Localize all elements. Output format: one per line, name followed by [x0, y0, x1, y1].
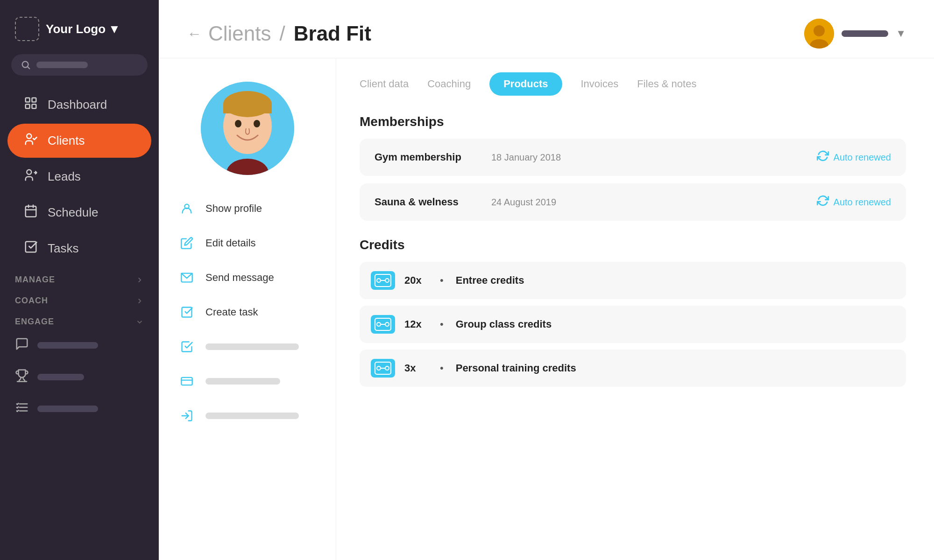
ticket-icon-2 — [375, 362, 391, 375]
breadcrumb: ← Clients / Brad Fit — [187, 22, 371, 45]
search-bar[interactable] — [11, 54, 148, 76]
action-extra-3[interactable] — [177, 401, 317, 431]
sidebar: Your Logo ▼ Dashboard Clients Leads Sche… — [0, 0, 159, 560]
sidebar-item-tasks[interactable]: Tasks — [7, 231, 151, 266]
coach-label: COACH — [15, 296, 48, 306]
username-placeholder — [842, 30, 888, 37]
ticket-icon-0 — [375, 274, 391, 287]
action-send-message[interactable]: Send message — [177, 263, 317, 293]
logo-area[interactable]: Your Logo ▼ — [0, 0, 159, 54]
tab-files-notes[interactable]: Files & notes — [637, 73, 696, 95]
auto-renew-icon-0 — [817, 150, 829, 165]
task-icon — [177, 303, 196, 322]
membership-date-0: 18 January 2018 — [491, 152, 803, 163]
chat-placeholder — [37, 342, 98, 349]
svg-rect-8 — [26, 206, 36, 217]
avatar-image — [804, 19, 834, 49]
logo-label: Your Logo — [46, 22, 106, 36]
search-placeholder — [36, 62, 88, 68]
extra-icon-3 — [177, 406, 196, 425]
credit-icon-2 — [371, 359, 395, 378]
tab-coaching[interactable]: Coaching — [427, 73, 471, 95]
extra-icon-1 — [177, 337, 196, 356]
logo-dropdown-arrow[interactable]: ▼ — [108, 22, 120, 36]
membership-name-0: Gym membership — [375, 151, 477, 163]
create-task-label: Create task — [205, 306, 258, 318]
membership-item-0[interactable]: Gym membership 18 January 2018 Auto rene… — [360, 139, 906, 176]
logo-text: Your Logo ▼ — [46, 22, 120, 36]
svg-rect-23 — [223, 104, 272, 113]
credit-icon-0 — [371, 271, 395, 290]
sidebar-item-leads[interactable]: Leads — [7, 160, 151, 194]
sidebar-item-dashboard[interactable]: Dashboard — [7, 88, 151, 122]
show-profile-label: Show profile — [205, 203, 262, 215]
header-right: ▼ — [804, 19, 906, 49]
credit-item-2[interactable]: 3x • Personal training credits — [360, 350, 906, 387]
action-show-profile[interactable]: Show profile — [177, 194, 317, 224]
extra-placeholder-3 — [205, 413, 299, 419]
page-header: ← Clients / Brad Fit ▼ — [159, 0, 934, 58]
credit-bullet-0: • — [440, 274, 444, 287]
svg-point-25 — [254, 120, 260, 127]
credit-name-0: Entree credits — [456, 274, 524, 287]
chat-icon — [15, 337, 29, 354]
section-coach[interactable]: COACH — [0, 287, 159, 308]
svg-point-7 — [27, 170, 31, 175]
action-edit-details[interactable]: Edit details — [177, 228, 317, 258]
tab-products[interactable]: Products — [489, 72, 562, 96]
content-area: Show profile Edit details Send message C… — [159, 58, 934, 560]
schedule-icon — [22, 204, 39, 221]
credit-icon-1 — [371, 315, 395, 334]
svg-rect-2 — [26, 98, 30, 102]
engage-trophy-item[interactable] — [0, 361, 159, 393]
breadcrumb-parent: Clients — [208, 22, 271, 45]
engage-list-item[interactable] — [0, 393, 159, 425]
engage-expand-icon — [135, 318, 144, 326]
back-button[interactable]: ← — [187, 25, 202, 42]
search-icon — [21, 60, 31, 70]
action-extra-1[interactable] — [177, 332, 317, 362]
svg-point-37 — [377, 322, 381, 326]
list-placeholder — [37, 406, 98, 412]
client-face — [201, 82, 294, 175]
memberships-title: Memberships — [360, 114, 906, 129]
action-extra-2[interactable] — [177, 366, 317, 396]
tasks-label: Tasks — [48, 241, 78, 256]
svg-point-38 — [385, 322, 389, 326]
svg-rect-3 — [32, 98, 36, 102]
tasks-icon — [22, 240, 39, 257]
svg-rect-29 — [181, 378, 192, 385]
credit-count-0: 20x — [404, 274, 428, 287]
user-avatar[interactable] — [804, 19, 834, 49]
credit-item-1[interactable]: 12x • Group class credits — [360, 306, 906, 343]
credit-item-0[interactable]: 20x • Entree credits — [360, 262, 906, 299]
sidebar-item-schedule[interactable]: Schedule — [7, 196, 151, 230]
svg-rect-28 — [182, 308, 192, 317]
dashboard-icon — [22, 96, 39, 113]
right-panel: Client data Coaching Products Invoices F… — [336, 58, 934, 560]
svg-point-33 — [377, 279, 381, 282]
client-avatar — [201, 82, 294, 175]
membership-date-1: 24 August 2019 — [491, 197, 803, 208]
main-content: ← Clients / Brad Fit ▼ — [159, 0, 934, 560]
clients-icon — [22, 132, 39, 149]
edit-icon — [177, 234, 196, 252]
credits-section: Credits 20x • Entree credits — [360, 238, 906, 387]
tab-client-data[interactable]: Client data — [360, 73, 409, 95]
user-dropdown-arrow[interactable]: ▼ — [896, 28, 906, 40]
action-create-task[interactable]: Create task — [177, 297, 317, 327]
svg-point-24 — [235, 120, 241, 127]
breadcrumb-current: Brad Fit — [294, 22, 371, 45]
section-engage[interactable]: ENGAGE — [0, 308, 159, 329]
credit-bullet-1: • — [440, 318, 444, 330]
svg-point-41 — [377, 366, 381, 370]
credit-bullet-2: • — [440, 362, 444, 374]
section-manage[interactable]: MANAGE — [0, 266, 159, 287]
sidebar-item-clients[interactable]: Clients — [7, 124, 151, 158]
membership-name-1: Sauna & welness — [375, 196, 477, 208]
membership-item-1[interactable]: Sauna & welness 24 August 2019 Auto rene… — [360, 183, 906, 221]
schedule-label: Schedule — [48, 205, 98, 220]
svg-point-42 — [385, 366, 389, 370]
engage-chat-item[interactable] — [0, 329, 159, 361]
tab-invoices[interactable]: Invoices — [581, 73, 619, 95]
